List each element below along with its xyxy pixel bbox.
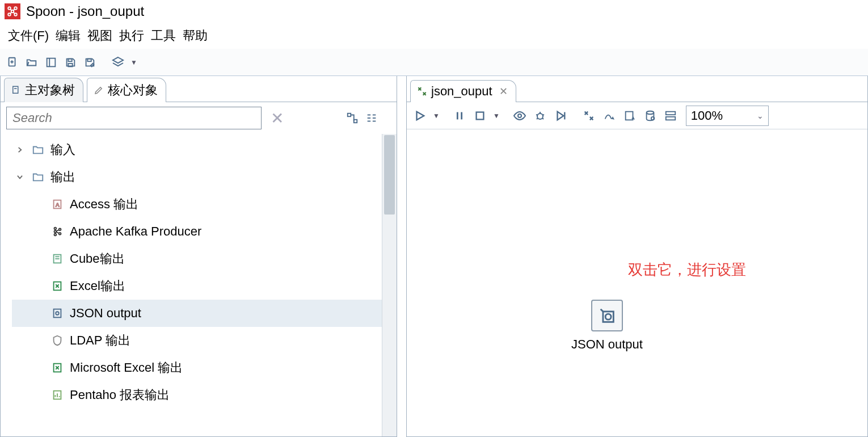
svg-point-1 (14, 7, 17, 10)
main-toolbar: ▼ (0, 49, 868, 76)
svg-point-52 (518, 114, 521, 117)
show-results-icon[interactable] (662, 107, 679, 124)
tree-item-pentaho[interactable]: Pentaho 报表输出 (12, 381, 382, 409)
tree-item-ldap[interactable]: LDAP 输出 (12, 327, 382, 354)
tree-node-output[interactable]: 输出 (12, 163, 382, 191)
json-output-step-icon (591, 300, 623, 331)
menu-view[interactable]: 视图 (85, 26, 115, 45)
save-icon[interactable] (62, 54, 78, 70)
stop-dropdown-icon[interactable]: ▼ (493, 112, 500, 120)
stop-icon[interactable] (471, 107, 488, 124)
layers-icon[interactable] (110, 54, 126, 70)
left-panel: 主对象树 核心对象 ✕ 输入 (0, 76, 397, 437)
pentaho-report-icon (50, 388, 64, 402)
impact-icon[interactable] (601, 107, 618, 124)
tree-label: Apache Kafka Producer (70, 224, 201, 239)
close-tab-icon[interactable]: ✕ (499, 85, 508, 98)
collapse-tree-icon[interactable] (364, 110, 380, 126)
explore-icon[interactable] (43, 54, 59, 70)
pencil-icon (93, 85, 104, 96)
vertical-scrollbar[interactable] (382, 134, 397, 436)
menubar: 文件(F) 编辑 视图 执行 工具 帮助 (0, 23, 868, 49)
svg-point-66 (605, 314, 611, 320)
zoom-select[interactable]: 100% ⌄ (686, 106, 769, 126)
svg-line-58 (542, 118, 543, 119)
tree-item-kafka[interactable]: Apache Kafka Producer (12, 218, 382, 245)
svg-point-3 (14, 13, 17, 16)
chevron-down-icon: ⌄ (757, 111, 764, 120)
right-tabs: json_ouput ✕ (407, 76, 867, 102)
svg-line-56 (542, 115, 544, 115)
kafka-icon (50, 225, 64, 238)
svg-rect-12 (47, 58, 56, 66)
tree-label: Excel输出 (70, 278, 125, 295)
svg-line-36 (56, 230, 59, 231)
svg-point-2 (8, 13, 11, 16)
run-icon[interactable] (411, 107, 428, 124)
svg-line-6 (14, 9, 15, 10)
verify-icon[interactable] (580, 107, 597, 124)
save-as-icon[interactable] (82, 54, 98, 70)
app-icon (5, 3, 20, 19)
dropdown-arrow-icon[interactable]: ▼ (130, 58, 137, 66)
tree-label: Microsoft Excel 输出 (70, 359, 183, 376)
chevron-down-icon[interactable] (14, 171, 26, 183)
explore-db-icon[interactable] (642, 107, 659, 124)
svg-line-57 (537, 118, 538, 119)
preview-icon[interactable] (511, 107, 528, 124)
cube-output-icon (50, 252, 64, 266)
tab-main-label: 主对象树 (25, 82, 75, 99)
svg-point-32 (59, 229, 61, 231)
menu-run[interactable]: 执行 (117, 26, 146, 45)
menu-tools[interactable]: 工具 (149, 26, 178, 45)
svg-point-29 (54, 228, 57, 230)
search-input[interactable] (6, 107, 262, 129)
clear-search-icon[interactable]: ✕ (267, 109, 287, 128)
canvas[interactable]: 双击它，进行设置 JSON output (407, 129, 867, 436)
run-dropdown-icon[interactable]: ▼ (433, 112, 440, 120)
svg-rect-16 (87, 58, 91, 61)
svg-point-4 (11, 10, 14, 13)
chevron-right-icon[interactable] (14, 144, 26, 156)
menu-help[interactable]: 帮助 (180, 26, 210, 45)
tree-label: LDAP 输出 (70, 332, 130, 349)
expand-tree-icon[interactable] (344, 110, 360, 126)
new-file-icon[interactable] (5, 54, 20, 70)
canvas-toolbar: ▼ ▼ 100% ⌄ (407, 102, 867, 129)
open-folder-icon[interactable] (24, 54, 40, 70)
object-tree: 输入 输出 A Access 输出 Apache Kafka Producer (1, 134, 382, 436)
menu-file[interactable]: 文件(F) (6, 26, 51, 45)
canvas-node-json-output[interactable]: JSON output (571, 300, 643, 352)
splitter[interactable] (397, 76, 406, 437)
tab-core-objects[interactable]: 核心对象 (87, 78, 166, 102)
svg-line-37 (56, 232, 59, 233)
tab-core-label: 核心对象 (108, 82, 158, 99)
excel-output-icon (50, 279, 64, 293)
debug-icon[interactable] (532, 107, 549, 124)
tab-main-objects[interactable]: 主对象树 (4, 78, 83, 102)
sql-icon[interactable] (621, 107, 638, 124)
left-tabs: 主对象树 核心对象 (1, 76, 397, 102)
tree-label: 输出 (50, 169, 75, 186)
replay-icon[interactable] (552, 107, 569, 124)
tree-item-access[interactable]: A Access 输出 (12, 191, 382, 218)
tab-label: json_ouput (431, 84, 492, 99)
tree-item-cube[interactable]: Cube输出 (12, 245, 382, 272)
scrollbar-thumb[interactable] (384, 135, 395, 215)
tree-item-msexcel[interactable]: Microsoft Excel 输出 (12, 354, 382, 381)
svg-rect-63 (666, 111, 676, 115)
svg-point-53 (537, 114, 543, 119)
svg-rect-65 (603, 312, 613, 322)
tree-item-json[interactable]: JSON output (12, 300, 382, 327)
svg-point-31 (54, 230, 57, 233)
tree-item-excel[interactable]: Excel输出 (12, 272, 382, 300)
svg-line-5 (10, 9, 11, 10)
svg-point-43 (56, 312, 59, 315)
ldap-output-icon (50, 334, 64, 347)
access-output-icon: A (50, 198, 64, 211)
svg-point-33 (59, 233, 61, 235)
tree-node-input[interactable]: 输入 (12, 136, 382, 163)
menu-edit[interactable]: 编辑 (53, 26, 83, 45)
tab-transformation[interactable]: json_ouput ✕ (410, 80, 516, 102)
pause-icon[interactable] (451, 107, 468, 124)
